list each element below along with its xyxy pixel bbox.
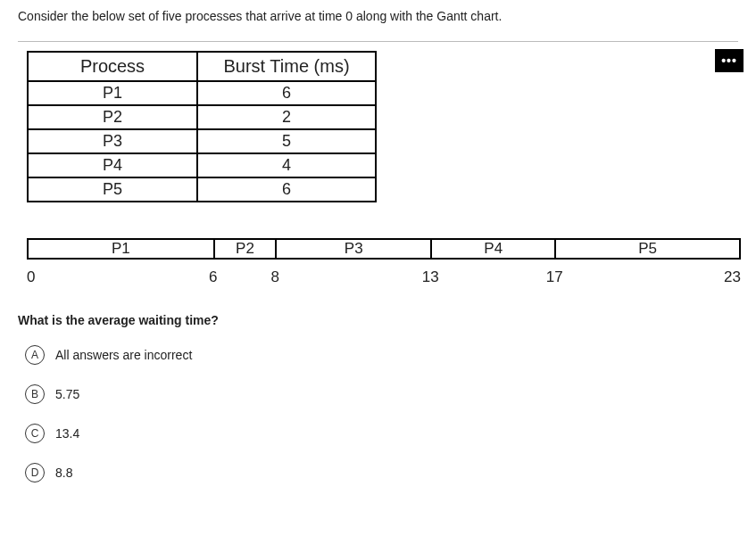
- option-text: 13.4: [55, 426, 79, 441]
- question-text: What is the average waiting time?: [18, 313, 738, 327]
- more-menu-button[interactable]: •••: [715, 49, 744, 72]
- gantt-bar: P2: [213, 238, 276, 260]
- table-header-row: Process Burst Time (ms): [28, 52, 376, 81]
- option-letter: D: [25, 463, 45, 482]
- cell-burst: 5: [197, 129, 376, 153]
- cell-process: P2: [28, 105, 197, 129]
- cell-process: P1: [28, 81, 197, 105]
- option-text: 8.8: [55, 466, 72, 480]
- gantt-chart: P1P2P3P4P5: [27, 238, 741, 260]
- more-icon: •••: [721, 54, 737, 68]
- option-a[interactable]: A All answers are incorrect: [25, 345, 738, 365]
- table-row: P4 4: [28, 153, 376, 177]
- gantt-tick: 13: [422, 268, 439, 286]
- option-c[interactable]: C 13.4: [25, 424, 738, 443]
- gantt-tick: 6: [209, 268, 217, 286]
- cell-process: P3: [28, 129, 197, 153]
- table-row: P5 6: [28, 177, 376, 202]
- table-row: P3 5: [28, 129, 376, 153]
- gantt-tick: 8: [271, 268, 279, 286]
- cell-process: P5: [28, 177, 197, 202]
- gantt-tick: 23: [724, 268, 741, 286]
- gantt-bar: P3: [275, 238, 430, 260]
- divider: [18, 41, 738, 42]
- table-row: P2 2: [28, 105, 376, 129]
- option-letter: B: [25, 384, 45, 404]
- option-letter: A: [25, 345, 45, 365]
- process-table: Process Burst Time (ms) P1 6 P2 2 P3 5 P…: [27, 51, 377, 202]
- gantt-ticks: 068131723: [27, 268, 741, 286]
- gantt-tick: 17: [546, 268, 563, 286]
- option-text: 5.75: [55, 387, 79, 401]
- table-row: P1 6: [28, 81, 376, 105]
- gantt-tick: 0: [27, 268, 35, 286]
- gantt-bar: P5: [554, 238, 741, 260]
- header-process: Process: [28, 52, 197, 81]
- cell-burst: 2: [197, 105, 376, 129]
- option-text: All answers are incorrect: [55, 348, 192, 362]
- option-d[interactable]: D 8.8: [25, 463, 738, 482]
- option-b[interactable]: B 5.75: [25, 384, 738, 404]
- cell-process: P4: [28, 153, 197, 177]
- header-burst: Burst Time (ms): [197, 52, 376, 81]
- cell-burst: 4: [197, 153, 376, 177]
- gantt-bar: P1: [27, 238, 213, 260]
- cell-burst: 6: [197, 177, 376, 202]
- option-letter: C: [25, 424, 45, 443]
- gantt-bar: P4: [430, 238, 554, 260]
- question-intro: Consider the below set of five processes…: [18, 9, 738, 23]
- cell-burst: 6: [197, 81, 376, 105]
